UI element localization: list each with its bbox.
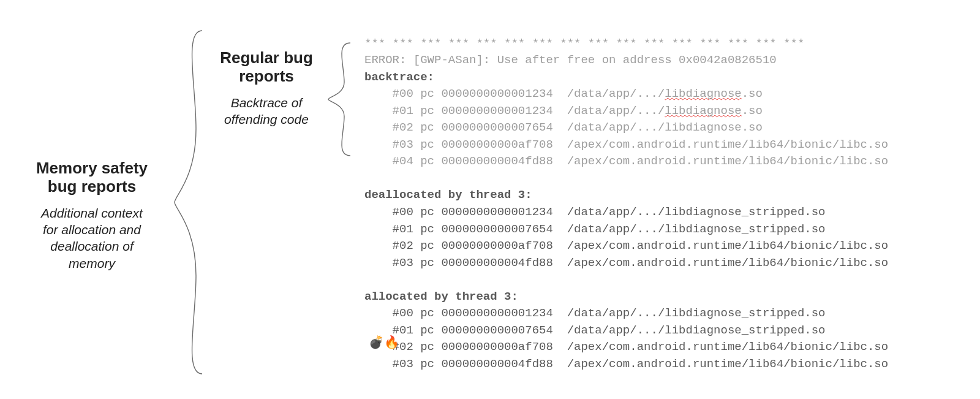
bt-line-0: #00 pc 0000000000001234 /data/app/.../li… bbox=[364, 87, 763, 101]
memory-safety-title-line1: Memory safety bbox=[36, 159, 148, 177]
alloc-line-3: #03 pc 000000000004fd88 /apex/com.androi… bbox=[364, 357, 888, 371]
memory-safety-sub-line3: deallocation of bbox=[50, 239, 133, 253]
dealloc-line-3: #03 pc 000000000004fd88 /apex/com.androi… bbox=[364, 256, 888, 270]
alloc-line-2: #02 pc 00000000000af708 /apex/com.androi… bbox=[364, 340, 888, 354]
dealloc-line-0: #00 pc 0000000000001234 /data/app/.../li… bbox=[364, 205, 826, 219]
bomb-fire-icon: 💣🔥 bbox=[369, 336, 399, 348]
bt-line-4: #04 pc 000000000004fd88 /apex/com.androi… bbox=[364, 154, 888, 168]
alloc-line-1: #01 pc 0000000000007654 /data/app/.../li… bbox=[364, 324, 826, 337]
regular-reports-sub-line2: offending code bbox=[224, 112, 309, 126]
regular-reports-label: Regular bug reports Backtrace of offendi… bbox=[208, 49, 325, 127]
backtrace-header: backtrace: bbox=[364, 70, 434, 84]
regular-reports-title-line2: reports bbox=[239, 67, 294, 85]
bt-line-3: #03 pc 00000000000af708 /apex/com.androi… bbox=[364, 138, 888, 151]
regular-reports-sub-line1: Backtrace of bbox=[231, 96, 303, 110]
regular-reports-title-line1: Regular bug bbox=[220, 48, 313, 67]
stars-line: *** *** *** *** *** *** *** *** *** *** … bbox=[364, 37, 804, 50]
memory-safety-sub-line1: Additional context bbox=[41, 206, 143, 220]
memory-safety-sub-line2: for allocation and bbox=[43, 222, 141, 237]
brace-icon bbox=[325, 38, 355, 161]
dealloc-header: deallocated by thread 3: bbox=[364, 188, 532, 202]
memory-safety-sub-line4: memory bbox=[69, 256, 115, 270]
memory-safety-title-line2: bug reports bbox=[48, 177, 136, 196]
dealloc-line-2: #02 pc 00000000000af708 /apex/com.androi… bbox=[364, 239, 888, 253]
brace-icon bbox=[172, 25, 208, 380]
alloc-header: allocated by thread 3: bbox=[364, 290, 518, 303]
bt-line-2: #02 pc 0000000000007654 /data/app/.../li… bbox=[364, 121, 763, 134]
memory-safety-label: Memory safety bug reports Additional con… bbox=[18, 159, 165, 272]
error-line: ERROR: [GWP-ASan]: Use after free on add… bbox=[364, 53, 777, 67]
dealloc-line-1: #01 pc 0000000000007654 /data/app/.../li… bbox=[364, 222, 826, 236]
alloc-line-0: #00 pc 0000000000001234 /data/app/.../li… bbox=[364, 306, 826, 320]
bt-line-1: #01 pc 0000000000001234 /data/app/.../li… bbox=[364, 104, 763, 118]
crash-report-code: *** *** *** *** *** *** *** *** *** *** … bbox=[364, 18, 888, 373]
